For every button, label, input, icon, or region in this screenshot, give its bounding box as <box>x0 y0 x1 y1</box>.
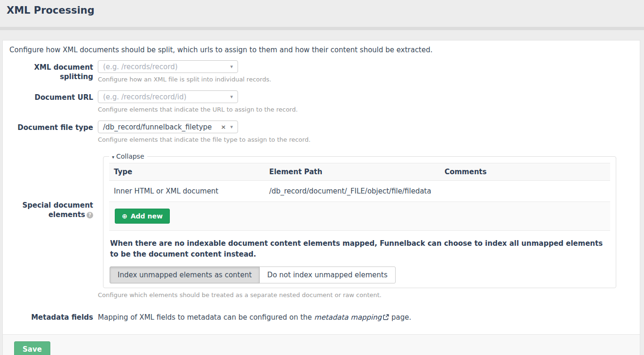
row-document-url: Document URL (e.g. /records/record/id) ▾… <box>8 90 633 121</box>
column-header-comments: Comments <box>440 163 610 181</box>
question-help-icon[interactable]: ? <box>87 212 93 218</box>
page-divider <box>0 27 644 30</box>
cell-type: Inner HTML or XML document <box>109 181 264 202</box>
add-new-button[interactable]: ⊕ Add new <box>115 209 170 224</box>
save-button[interactable]: Save <box>14 341 50 355</box>
cell-comments <box>440 181 610 202</box>
xml-document-splitting-select[interactable]: (e.g. /records/record) ▾ <box>98 60 238 73</box>
xml-processing-panel: Configure how XML documents should be sp… <box>2 40 640 355</box>
document-file-type-help: Configure elements that indicate the fil… <box>98 136 633 143</box>
document-file-type-select[interactable]: /db_record/funnelback_filetype × ▾ <box>98 121 238 133</box>
metadata-text-after: page. <box>389 313 411 322</box>
xml-document-splitting-label: XML document splitting <box>8 60 98 90</box>
special-elements-fieldset: ▾Collapse Type Element Path Comments Inn <box>103 153 616 288</box>
document-url-help: Configure elements that indicate the URL… <box>98 106 633 113</box>
column-header-type: Type <box>109 163 264 181</box>
xml-document-splitting-placeholder: (e.g. /records/record) <box>103 63 178 71</box>
metadata-fields-text: Mapping of XML fields to metadata can be… <box>98 312 633 322</box>
header-gap <box>0 18 644 27</box>
special-elements-table: Type Element Path Comments Inner HTML or… <box>109 163 610 202</box>
row-xml-document-splitting: XML document splitting (e.g. /records/re… <box>8 60 633 90</box>
collapse-label: Collapse <box>116 153 144 160</box>
document-url-label: Document URL <box>8 90 98 121</box>
special-document-elements-label: Special document elements <box>23 201 94 219</box>
add-new-row: ⊕ Add new <box>109 202 610 231</box>
intro-text: Configure how XML documents should be sp… <box>9 46 633 54</box>
document-url-placeholder: (e.g. /records/record/id) <box>103 93 186 101</box>
page-title: XML Processing <box>7 3 637 18</box>
metadata-text-before: Mapping of XML fields to metadata can be… <box>98 313 314 322</box>
do-not-index-unmapped-button[interactable]: Do not index unmapped elements <box>259 266 396 283</box>
xml-document-splitting-help: Configure how an XML file is split into … <box>98 76 633 83</box>
add-new-label: Add new <box>131 212 163 220</box>
unmapped-elements-note: When there are no indexable document con… <box>110 238 610 260</box>
special-document-elements-help: Configure which elements should be treat… <box>98 291 633 299</box>
index-unmapped-button[interactable]: Index unmapped elements as content <box>110 266 260 283</box>
row-metadata-fields: Metadata fields Mapping of XML fields to… <box>8 312 633 322</box>
clear-icon[interactable]: × <box>221 123 226 130</box>
cell-element-path: /db_record/document/_FILE/object/file/fi… <box>264 181 440 202</box>
row-special-document-elements: Special document elements? ▾Collapse Typ… <box>8 151 633 306</box>
chevron-down-icon: ▾ <box>230 124 233 130</box>
table-header-row: Type Element Path Comments <box>109 163 610 181</box>
plus-circle-icon: ⊕ <box>122 213 127 219</box>
page-header: XML Processing <box>0 0 644 18</box>
chevron-down-icon: ▾ <box>230 94 233 100</box>
panel-body: Configure how XML documents should be sp… <box>3 40 640 334</box>
table-row[interactable]: Inner HTML or XML document /db_record/do… <box>109 181 610 202</box>
caret-down-icon: ▾ <box>112 154 114 160</box>
document-file-type-value: /db_record/funnelback_filetype <box>103 123 212 131</box>
row-document-file-type: Document file type /db_record/funnelback… <box>8 121 633 151</box>
document-file-type-label: Document file type <box>8 121 98 151</box>
collapse-toggle[interactable]: ▾Collapse <box>109 153 147 160</box>
unmapped-elements-toggle-group: Index unmapped elements as content Do no… <box>110 266 396 283</box>
column-header-element-path: Element Path <box>264 163 440 181</box>
chevron-down-icon: ▾ <box>230 64 233 70</box>
external-link-icon <box>383 314 389 320</box>
metadata-fields-label: Metadata fields <box>8 312 98 322</box>
document-url-select[interactable]: (e.g. /records/record/id) ▾ <box>98 90 238 103</box>
panel-footer: Save <box>3 334 640 355</box>
metadata-mapping-link[interactable]: metadata mapping <box>314 313 390 322</box>
